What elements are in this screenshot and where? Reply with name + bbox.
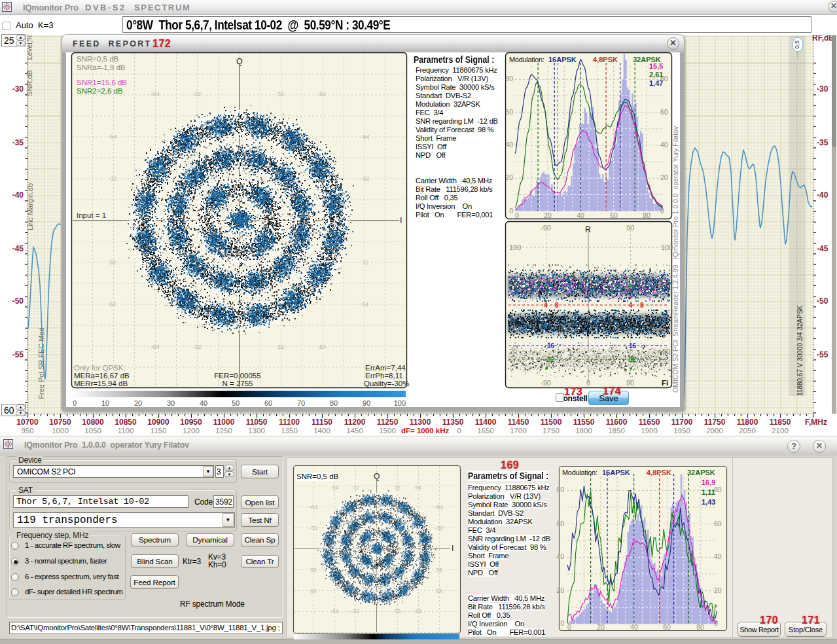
svg-text:1,43: 1,43 — [702, 498, 715, 506]
svg-text:20: 20 — [556, 586, 564, 594]
svg-text:64: 64 — [415, 484, 421, 491]
svg-text:60: 60 — [714, 520, 722, 528]
svg-text:SNR=0,5 dB: SNR=0,5 dB — [296, 473, 339, 480]
svg-text:-64: -64 — [310, 504, 318, 510]
svg-text:0: 0 — [560, 619, 564, 627]
svg-text:64: 64 — [436, 588, 442, 594]
svg-text:20: 20 — [597, 623, 605, 631]
svg-text:-32: -32 — [351, 608, 360, 615]
svg-text:-64: -64 — [330, 484, 339, 491]
svg-text:I: I — [452, 544, 454, 553]
svg-text:32APSK: 32APSK — [687, 469, 715, 476]
svg-text:-32: -32 — [310, 525, 318, 531]
svg-text:0: 0 — [567, 623, 571, 631]
svg-text:80: 80 — [696, 623, 704, 631]
svg-text:60: 60 — [556, 520, 564, 528]
svg-text:0: 0 — [714, 619, 718, 627]
svg-text:1,11: 1,11 — [702, 488, 715, 496]
svg-text:-32: -32 — [435, 525, 444, 531]
svg-text:20: 20 — [714, 586, 722, 594]
svg-text:32: 32 — [310, 567, 317, 573]
svg-text:-64: -64 — [435, 504, 444, 510]
svg-text:Modulation:: Modulation: — [562, 469, 597, 476]
svg-text:-32: -32 — [351, 484, 360, 491]
svg-text:40: 40 — [714, 552, 722, 560]
svg-text:16,9: 16,9 — [702, 478, 715, 486]
svg-text:40: 40 — [630, 623, 638, 631]
svg-text:-64: -64 — [330, 608, 339, 615]
svg-text:32: 32 — [394, 484, 401, 491]
svg-text:64: 64 — [415, 608, 421, 615]
svg-text:80: 80 — [556, 486, 564, 493]
svg-text:60: 60 — [663, 623, 671, 631]
svg-text:Q: Q — [374, 472, 380, 481]
svg-text:16APSK: 16APSK — [602, 469, 630, 476]
svg-text:32: 32 — [436, 567, 442, 573]
svg-text:4,8PSK: 4,8PSK — [647, 469, 671, 476]
svg-text:64: 64 — [310, 588, 317, 594]
svg-text:32: 32 — [394, 608, 401, 615]
svg-text:40: 40 — [556, 552, 564, 560]
